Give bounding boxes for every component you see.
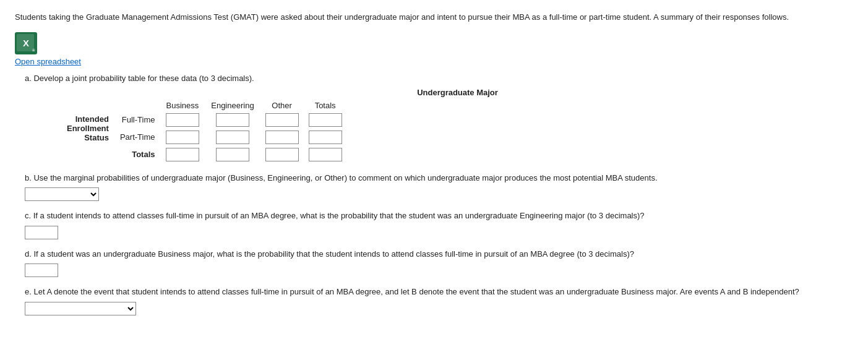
row-label-fulltime: Full-Time <box>115 111 160 129</box>
section-c-input[interactable] <box>25 226 58 239</box>
excel-icon: X ≡ <box>15 32 37 54</box>
section-d-label: d. If a student was an undergraduate Bus… <box>25 248 853 260</box>
input-fulltime-business[interactable] <box>166 113 199 127</box>
section-b-dropdown[interactable]: Business Engineering Other <box>25 187 99 201</box>
section-e: e. Let A denote the event that student i… <box>25 286 853 315</box>
intro-text: Students taking the Graduate Management … <box>15 11 853 24</box>
excel-icon-container: X ≡ <box>15 32 37 54</box>
table-container: Undergraduate Major Business Engineering… <box>62 88 853 163</box>
section-c-label: c. If a student intends to attend classe… <box>25 210 853 222</box>
cell-fulltime-engineering[interactable] <box>205 111 260 129</box>
row-group-label: IntendedEnrollmentStatus <box>62 111 115 146</box>
cell-totals-totals[interactable] <box>304 146 347 163</box>
col-header-other: Other <box>260 100 304 111</box>
section-d: d. If a student was an undergraduate Bus… <box>25 248 853 278</box>
input-parttime-totals[interactable] <box>309 131 342 144</box>
input-parttime-engineering[interactable] <box>216 131 249 144</box>
cell-totals-other[interactable] <box>260 146 304 163</box>
col-header-totals: Totals <box>304 100 347 111</box>
input-fulltime-totals[interactable] <box>309 113 342 127</box>
input-totals-engineering[interactable] <box>216 148 249 161</box>
ug-major-label: Undergraduate Major <box>62 88 853 97</box>
cell-fulltime-totals[interactable] <box>304 111 347 129</box>
cell-parttime-engineering[interactable] <box>205 129 260 146</box>
cell-parttime-totals[interactable] <box>304 129 347 146</box>
cell-totals-engineering[interactable] <box>205 146 260 163</box>
section-e-dropdown[interactable]: Yes, they are independent No, they are n… <box>25 302 136 315</box>
input-totals-business[interactable] <box>166 148 199 161</box>
row-label-parttime: Part-Time <box>115 129 160 146</box>
input-parttime-business[interactable] <box>166 131 199 144</box>
cell-fulltime-business[interactable] <box>160 111 205 129</box>
cell-fulltime-other[interactable] <box>260 111 304 129</box>
col-header-business: Business <box>160 100 205 111</box>
prob-table: Business Engineering Other Totals Intend… <box>62 100 347 163</box>
table-row-totals: Totals <box>62 146 347 163</box>
section-a-label: a. Develop a joint probability table for… <box>25 74 853 83</box>
row-label-totals: Totals <box>115 146 160 163</box>
cell-totals-business[interactable] <box>160 146 205 163</box>
input-parttime-other[interactable] <box>265 131 299 144</box>
input-totals-totals[interactable] <box>309 148 342 161</box>
section-d-input[interactable] <box>25 263 58 277</box>
table-row-fulltime: IntendedEnrollmentStatus Full-Time <box>62 111 347 129</box>
input-fulltime-other[interactable] <box>265 113 299 127</box>
section-b: b. Use the marginal probabilities of und… <box>25 172 853 202</box>
cell-parttime-business[interactable] <box>160 129 205 146</box>
cell-parttime-other[interactable] <box>260 129 304 146</box>
section-b-label: b. Use the marginal probabilities of und… <box>25 172 853 184</box>
col-header-engineering: Engineering <box>205 100 260 111</box>
section-e-label: e. Let A denote the event that student i… <box>25 286 853 298</box>
section-a: a. Develop a joint probability table for… <box>25 74 853 163</box>
open-spreadsheet-link[interactable]: Open spreadsheet <box>15 57 853 66</box>
input-totals-other[interactable] <box>265 148 299 161</box>
section-c: c. If a student intends to attend classe… <box>25 210 853 239</box>
input-fulltime-engineering[interactable] <box>216 113 249 127</box>
